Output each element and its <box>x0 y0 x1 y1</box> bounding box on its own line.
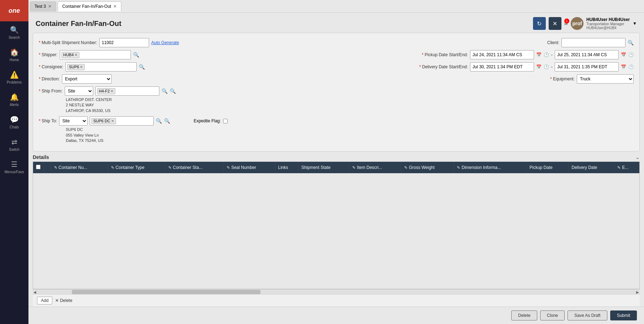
expedite-label: Expedite Flag: <box>194 118 221 123</box>
delivery-start-input[interactable] <box>470 62 534 71</box>
delivery-calendar-end-icon[interactable]: 📅 <box>621 64 626 69</box>
clock-icon[interactable]: 🕐 <box>544 52 549 57</box>
calendar-icon[interactable]: 📅 <box>536 52 542 57</box>
calendar-end-icon[interactable]: 📅 <box>621 52 626 57</box>
app-logo: one <box>0 0 28 21</box>
pickup-start-input[interactable] <box>470 50 534 59</box>
col-item-desc: ✎ Item Descri... <box>349 162 401 173</box>
sidebar-item-problems[interactable]: ⚠️ Problems <box>0 66 28 89</box>
clock-end-icon[interactable]: 🕐 <box>628 52 634 57</box>
sidebar-item-label: Search <box>9 36 20 39</box>
shipper-tag-remove[interactable]: ✕ <box>74 53 78 57</box>
delivery-calendar-icon[interactable]: 📅 <box>536 64 542 69</box>
add-button[interactable]: Add <box>37 297 52 304</box>
search-icon: 🔍 <box>10 26 19 34</box>
notification-badge: 1 <box>564 18 569 23</box>
delete-link[interactable]: ✕ Delete <box>55 298 72 303</box>
equipment-select[interactable]: Truck <box>577 74 634 84</box>
client-search-button[interactable]: 🔍 <box>628 40 634 46</box>
form-row-6: * Ship To: Site SUP6 DC ✕ 🔍 🔍 Expedite F… <box>39 116 634 143</box>
bell-icon: 🔔 <box>10 93 19 101</box>
ship-to-group: * Ship To: Site SUP6 DC ✕ 🔍 🔍 Expedite F… <box>39 116 228 126</box>
ship-from-input[interactable]: H4-F2 ✕ <box>95 86 159 96</box>
ship-to-type-select[interactable]: Site <box>59 116 88 126</box>
tab-test3[interactable]: Test 3 ✕ <box>30 1 56 11</box>
client-label: Client: <box>547 40 559 45</box>
sidebar-item-label: Menus/Favs <box>5 170 24 174</box>
form-row-5: * Ship From: Site H4-F2 ✕ 🔍 🔍 LATHROP DI <box>39 86 634 113</box>
scrollbar-area[interactable]: ◀ ▶ <box>33 289 640 294</box>
scrollbar-thumb[interactable] <box>72 290 260 294</box>
notification-button[interactable]: ≡ 1 <box>564 20 568 27</box>
client-input[interactable] <box>561 38 625 47</box>
tab-close-button[interactable]: ✕ <box>48 4 52 9</box>
shipper-input[interactable]: HUB4 ✕ <box>60 50 131 59</box>
switch-icon: ⇄ <box>11 138 17 146</box>
auto-generate-link[interactable]: Auto Generate <box>151 40 179 45</box>
table-header-row: ✎ Container Nu... ✎ Container Type <box>33 162 639 173</box>
shipper-label: * Shipper: <box>39 52 58 57</box>
col-label: Seal Number <box>231 165 256 170</box>
col-label: Delivery Date <box>572 165 597 170</box>
sidebar-item-label: Problems <box>7 80 22 84</box>
refresh-button[interactable]: ↻ <box>533 17 546 30</box>
content-area: Container Fan-In/Fan-Out ↻ ✕ ≡ 1 prof <box>28 13 644 324</box>
ship-from-type-select[interactable]: Site <box>65 86 93 96</box>
user-dropdown-button[interactable]: ▼ <box>633 21 637 26</box>
details-title: Details <box>33 154 49 160</box>
ship-to-search-button2[interactable]: 🔍 <box>164 118 170 124</box>
submit-button[interactable]: Submit <box>610 310 637 320</box>
ship-to-input[interactable]: SUP6 DC ✕ <box>90 116 154 126</box>
col-container-sta: ✎ Container Sta... <box>165 162 223 173</box>
pickup-group: * Pickup Date Start/End: 📅 🕐 - 📅 🕐 <box>422 50 634 59</box>
pickup-end-input[interactable] <box>555 50 619 59</box>
delivery-clock-end-icon[interactable]: 🕐 <box>628 64 634 69</box>
consignee-tag-remove[interactable]: ✕ <box>80 65 83 69</box>
save-draft-button[interactable]: Save As Draft <box>568 310 607 320</box>
edit-icon: ✎ <box>617 165 621 170</box>
sidebar-item-chats[interactable]: 💬 Chats <box>0 111 28 133</box>
sidebar-item-label: Home <box>10 58 19 62</box>
col-links: Links <box>275 162 298 173</box>
details-section: Details ⌄ ✎ Con <box>33 154 640 307</box>
multi-split-input[interactable] <box>99 38 149 47</box>
collapse-button[interactable]: ⌄ <box>635 154 640 160</box>
sidebar-item-home[interactable]: 🏠 Home <box>0 44 28 66</box>
tab-container-fanin[interactable]: Container Fan-In/Fan-Out ✕ <box>58 1 121 11</box>
scroll-right-arrow[interactable]: ▶ <box>636 290 639 294</box>
scroll-left-arrow[interactable]: ◀ <box>33 290 36 294</box>
col-pickup-date: Pickup Date <box>527 162 569 173</box>
bottom-toolbar: Add ✕ Delete <box>33 294 640 307</box>
sidebar-item-switch[interactable]: ⇄ Switch <box>0 133 28 156</box>
ship-from-tag-remove[interactable]: ✕ <box>110 89 114 94</box>
ship-to-search-button[interactable]: 🔍 <box>156 118 162 124</box>
user-name: HUB4User HUB4User <box>586 17 630 22</box>
close-button[interactable]: ✕ <box>549 17 561 30</box>
col-extra: ✎ E... <box>614 162 639 173</box>
user-info: prof HUB4User HUB4User Transportation Ma… <box>571 17 637 30</box>
tab-close-button[interactable]: ✕ <box>113 4 117 9</box>
ship-from-search-button[interactable]: 🔍 <box>162 88 168 94</box>
sidebar-item-label: Alerts <box>10 103 19 107</box>
form-row-2: * Shipper: HUB4 ✕ 🔍 * Pickup Date Start/… <box>39 50 634 59</box>
edit-icon: ✎ <box>352 165 355 170</box>
col-shipment-state: Shipment State <box>298 162 349 173</box>
expedite-checkbox[interactable] <box>223 119 228 123</box>
sidebar-item-alerts[interactable]: 🔔 Alerts <box>0 89 28 111</box>
ship-to-tag-remove[interactable]: ✕ <box>111 119 114 123</box>
consignee-tag: SUP6 ✕ <box>67 64 85 70</box>
direction-select[interactable]: Export <box>62 74 112 84</box>
delivery-clock-icon[interactable]: 🕐 <box>544 64 549 69</box>
shipper-search-button[interactable]: 🔍 <box>133 52 139 58</box>
clone-button[interactable]: Clone <box>540 310 565 320</box>
delivery-end-input[interactable] <box>555 62 619 71</box>
edit-icon: ✎ <box>227 165 230 170</box>
delete-button[interactable]: Delete <box>511 310 537 320</box>
sidebar-item-menus[interactable]: ☰ Menus/Favs <box>0 156 28 178</box>
sidebar-item-search[interactable]: 🔍 Search <box>0 21 28 44</box>
ship-from-search-button2[interactable]: 🔍 <box>170 88 176 94</box>
select-all-checkbox[interactable] <box>36 165 41 169</box>
consignee-input[interactable]: SUP6 ✕ <box>65 62 137 71</box>
table-container[interactable]: ✎ Container Nu... ✎ Container Type <box>33 161 640 289</box>
consignee-search-button[interactable]: 🔍 <box>139 64 145 70</box>
